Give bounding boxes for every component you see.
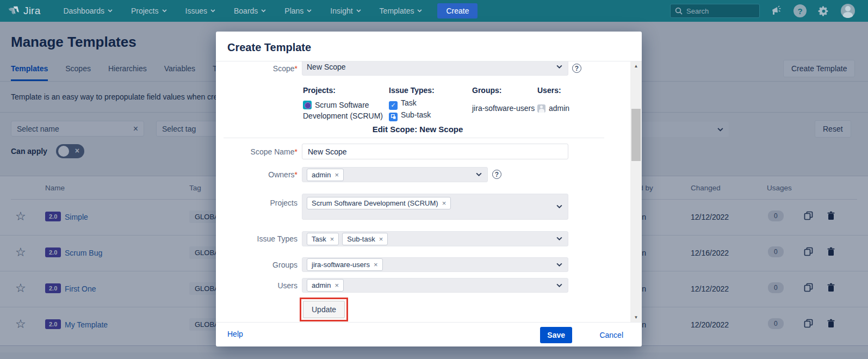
owners-select[interactable]: admin× (302, 167, 488, 182)
remove-chip-icon[interactable]: × (379, 235, 383, 243)
jira-logo[interactable]: Jira (9, 5, 40, 17)
scope-select[interactable]: New Scope (302, 61, 568, 76)
subtask-icon (389, 113, 398, 121)
chevron-down-icon (476, 173, 482, 177)
nav-item-plans[interactable]: Plans (284, 7, 312, 15)
modal-scrollbar[interactable]: ▲ ▼ (630, 61, 642, 322)
issue-type-chip: Task× (307, 233, 339, 245)
nav-item-issues[interactable]: Issues (185, 7, 215, 15)
nav-item-dashboards[interactable]: Dashboards (63, 7, 113, 15)
scroll-down-arrow-icon[interactable]: ▼ (630, 313, 642, 322)
summary-groups-value: jira-software-users (472, 104, 535, 113)
nav-create-button[interactable]: Create (437, 3, 478, 18)
scope-label: Scope* (231, 64, 297, 73)
chevron-down-icon (417, 9, 422, 13)
chevron-down-icon (556, 283, 562, 287)
issue-types-select[interactable]: Task× Sub-task× (302, 231, 568, 246)
summary-users-label: Users: (537, 86, 561, 95)
owners-help-icon[interactable]: ? (492, 170, 501, 179)
nav-menu: Dashboards Projects Issues Boards Plans … (63, 7, 422, 15)
user-avatar-icon (537, 104, 545, 113)
summary-users-value: admin (537, 104, 569, 113)
projects-label: Projects (231, 199, 297, 207)
chevron-down-icon (261, 9, 266, 13)
issue-types-label: Issue Types (231, 234, 297, 243)
update-button[interactable]: Update (303, 301, 345, 318)
edit-scope-divider (224, 138, 604, 138)
scope-name-input[interactable] (302, 144, 568, 159)
help-icon[interactable]: ? (793, 4, 807, 17)
global-search[interactable] (670, 4, 760, 18)
jira-mark-icon (9, 5, 20, 16)
create-template-modal: Create Template Scope* New Scope ? Proje… (216, 32, 642, 346)
summary-projects-value: Scrum Software Development (SCRUM) (303, 100, 385, 121)
project-chip: Scrum Software Development (SCRUM)× (307, 197, 451, 209)
search-input[interactable] (686, 7, 752, 15)
user-avatar[interactable] (841, 4, 855, 18)
nav-item-insight[interactable]: Insight (330, 7, 361, 15)
remove-chip-icon[interactable]: × (442, 199, 447, 207)
update-highlight-box: Update (300, 298, 348, 321)
scrollbar-thumb[interactable] (631, 109, 641, 161)
chevron-down-icon (556, 205, 562, 209)
summary-issue-types-label: Issue Types: (389, 86, 435, 95)
user-chip: admin× (307, 279, 344, 292)
group-chip: jira-software-users× (307, 258, 383, 271)
chevron-down-icon (307, 9, 312, 13)
summary-projects-label: Projects: (303, 86, 336, 95)
chevron-down-icon (108, 9, 113, 13)
owner-chip: admin× (307, 169, 344, 181)
remove-chip-icon[interactable]: × (374, 261, 378, 269)
nav-item-templates[interactable]: Templates (380, 7, 423, 15)
remove-chip-icon[interactable]: × (334, 171, 339, 179)
save-button[interactable]: Save (540, 327, 572, 343)
edit-scope-heading: Edit Scope: New Scope (216, 125, 619, 134)
chevron-down-icon (210, 9, 215, 13)
chevron-down-icon (162, 9, 167, 13)
task-icon: ✓ (389, 101, 398, 110)
chevron-down-icon (356, 9, 361, 13)
modal-title: Create Template (227, 41, 311, 54)
top-navigation: Jira Dashboards Projects Issues Boards P… (0, 0, 868, 22)
announcements-icon[interactable] (771, 5, 783, 16)
nav-item-boards[interactable]: Boards (234, 7, 266, 15)
remove-chip-icon[interactable]: × (334, 281, 339, 289)
issue-type-chip: Sub-task× (342, 233, 388, 245)
modal-header: Create Template (216, 32, 642, 61)
chevron-down-icon (556, 237, 562, 241)
chevron-down-icon (556, 263, 562, 267)
scope-name-label: Scope Name* (231, 147, 297, 156)
nav-item-projects[interactable]: Projects (131, 7, 167, 15)
help-link[interactable]: Help (227, 330, 243, 338)
owners-label: Owners* (231, 170, 297, 179)
cancel-link[interactable]: Cancel (599, 331, 623, 339)
modal-footer: Help Save Cancel (216, 322, 642, 346)
projects-select[interactable]: Scrum Software Development (SCRUM)× (302, 194, 568, 220)
scope-help-icon[interactable]: ? (572, 64, 581, 73)
scroll-up-arrow-icon[interactable]: ▲ (630, 61, 642, 71)
summary-groups-label: Groups: (472, 86, 501, 95)
settings-gear-icon[interactable] (817, 5, 830, 17)
brand-name: Jira (23, 5, 40, 17)
summary-issue-type-subtask: Sub-task (389, 110, 431, 121)
groups-select[interactable]: jira-software-users× (302, 257, 568, 272)
search-icon (675, 7, 683, 15)
users-label: Users (231, 281, 297, 290)
chevron-down-icon (556, 65, 562, 69)
modal-body: Scope* New Scope ? Projects: Scrum Softw… (216, 61, 630, 322)
remove-chip-icon[interactable]: × (330, 235, 334, 243)
groups-label: Groups (231, 261, 297, 269)
project-avatar-icon (303, 101, 312, 109)
users-select[interactable]: admin× (302, 278, 568, 293)
summary-issue-type-task: ✓Task (389, 98, 417, 110)
